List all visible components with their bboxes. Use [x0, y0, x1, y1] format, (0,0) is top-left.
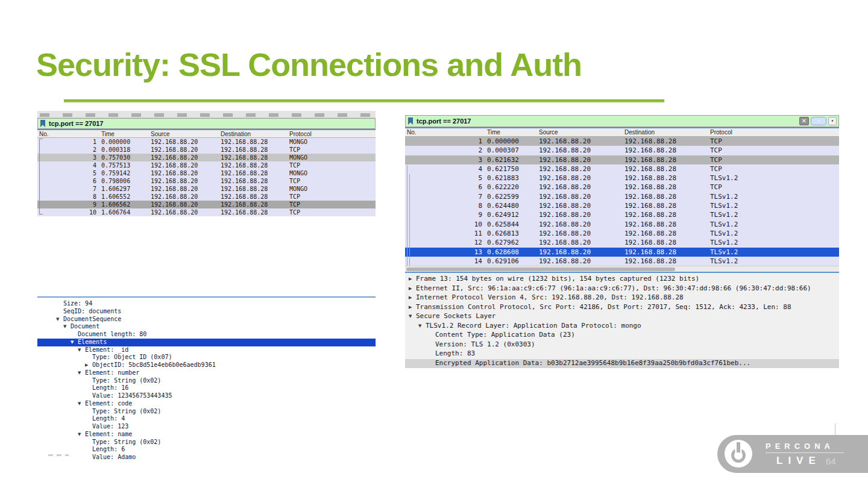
tree-line[interactable]: Type: Object ID (0x07) — [37, 354, 376, 361]
tree-line[interactable]: Value: Adamo — [37, 454, 376, 461]
filter-bar[interactable]: tcp.port == 27017 ✕ ➔ ▾ — [405, 115, 839, 127]
tree-line[interactable]: ▶Ethernet II, Src: 96:1a:aa:c9:c6:77 (96… — [405, 284, 839, 294]
column-header-protocol[interactable]: Protocol — [710, 129, 732, 136]
packet-row-3[interactable]: 30.757030192.168.88.20192.168.88.28MONGO — [37, 154, 376, 161]
packet-source: 192.168.88.20 — [539, 146, 591, 154]
tree-line[interactable]: Length: 16 — [37, 384, 376, 392]
column-header-source[interactable]: Source — [151, 131, 170, 137]
packet-source: 192.168.88.20 — [151, 178, 198, 184]
packet-row-11[interactable]: 110.626813192.168.88.20192.168.88.28TLSv… — [405, 229, 839, 238]
packet-row-5[interactable]: 50.621883192.168.88.20192.168.88.28TLSv1… — [405, 174, 839, 183]
packet-row-10[interactable]: 101.606764192.168.88.20192.168.88.28TCP — [37, 208, 376, 216]
expanded-triangle-icon[interactable]: ▼ — [78, 348, 81, 352]
packet-row-6[interactable]: 60.798006192.168.88.20192.168.88.28TCP — [37, 177, 376, 185]
tree-line[interactable]: ▼Elements — [37, 339, 376, 346]
tree-line-label: Ethernet II, Src: 96:1a:aa:c9:c6:77 (96:… — [416, 284, 811, 292]
packet-source: 192.168.88.20 — [151, 193, 198, 200]
packet-row-9[interactable]: 90.624912192.168.88.20192.168.88.28TLSv1… — [405, 210, 839, 219]
horizontal-scrollbar[interactable] — [405, 266, 839, 272]
expanded-triangle-icon[interactable]: ▼ — [63, 324, 66, 329]
tree-line[interactable]: ▼Element: code — [37, 400, 376, 408]
packet-row-10[interactable]: 100.625844192.168.88.20192.168.88.28TLSv… — [405, 220, 839, 229]
filter-dropdown-button[interactable]: ▾ — [828, 117, 837, 125]
tree-line[interactable]: Length: 4 — [37, 415, 376, 423]
packet-row-4[interactable]: 40.757513192.168.88.20192.168.88.28TCP — [37, 161, 376, 169]
tree-line[interactable]: Length: 83 — [405, 349, 839, 359]
tree-line[interactable]: Value: 123456753443435 — [37, 392, 376, 400]
tree-line[interactable]: Version: TLS 1.2 (0x0303) — [405, 340, 839, 350]
tree-line[interactable]: ▶Internet Protocol Version 4, Src: 192.1… — [405, 293, 839, 303]
filter-input[interactable]: tcp.port == 27017 — [417, 117, 471, 125]
tree-line[interactable]: ▶Transmission Control Protocol, Src Port… — [405, 303, 839, 313]
packet-row-8[interactable]: 81.606552192.168.88.20192.168.88.28TCP — [37, 193, 376, 201]
tree-line[interactable]: ▼Element: name — [37, 431, 376, 439]
tree-line[interactable]: Type: String (0x02) — [37, 377, 376, 385]
column-header-time[interactable]: Time — [487, 129, 500, 136]
packet-row-7[interactable]: 71.606297192.168.88.20192.168.88.28MONGO — [37, 185, 376, 193]
packet-row-2[interactable]: 20.000307192.168.88.20192.168.88.28TCP — [405, 146, 839, 155]
packet-row-5[interactable]: 50.759142192.168.88.20192.168.88.28MONGO — [37, 169, 376, 177]
collapsed-triangle-icon[interactable]: ▶ — [409, 295, 412, 300]
packet-row-3[interactable]: 30.621632192.168.88.20192.168.88.28TCP — [405, 155, 839, 164]
collapsed-triangle-icon[interactable]: ▶ — [409, 277, 412, 281]
column-header-source[interactable]: Source — [539, 129, 558, 136]
expanded-triangle-icon[interactable]: ▼ — [78, 432, 81, 437]
filter-input[interactable]: tcp.port == 27017 — [49, 120, 104, 127]
tree-line[interactable]: ▼TLSv1.2 Record Layer: Application Data … — [405, 322, 839, 331]
column-header-no[interactable]: No. — [39, 131, 49, 137]
collapsed-triangle-icon[interactable]: ▶ — [409, 305, 412, 310]
packet-time: 1.606764 — [101, 209, 130, 216]
packet-row-9[interactable]: 91.606562192.168.88.20192.168.88.28TCP — [37, 201, 376, 208]
pane-divider — [37, 296, 376, 298]
tree-line[interactable]: ▶ObjectID: 5bc8d51e4eb6b0e6aedb9361 — [37, 361, 376, 369]
tree-line[interactable]: SeqID: documents — [37, 308, 376, 316]
packet-row-1[interactable]: 10.000000192.168.88.20192.168.88.28MONGO — [37, 138, 376, 146]
slide-number: 64 — [826, 456, 836, 466]
tree-line[interactable]: Length: 6 — [37, 446, 376, 454]
wireshark-toolbar[interactable] — [37, 111, 376, 118]
collapsed-triangle-icon[interactable]: ▶ — [409, 286, 412, 291]
packet-row-14[interactable]: 140.629106192.168.88.20192.168.88.28TLSv… — [405, 257, 839, 266]
column-header-destination[interactable]: Destination — [221, 131, 251, 137]
scrollbar-thumb[interactable] — [406, 267, 675, 271]
filter-bar[interactable]: tcp.port == 27017 — [37, 118, 376, 129]
tree-line[interactable]: ▶Frame 13: 154 bytes on wire (1232 bits)… — [405, 275, 839, 284]
expanded-triangle-icon[interactable]: ▼ — [409, 314, 412, 319]
expanded-triangle-icon[interactable]: ▼ — [71, 340, 74, 345]
column-header-protocol[interactable]: Protocol — [289, 131, 312, 137]
packet-source: 192.168.88.20 — [151, 154, 198, 161]
column-header-destination[interactable]: Destination — [624, 129, 655, 136]
packet-row-13[interactable]: 130.628608192.168.88.20192.168.88.28TLSv… — [405, 248, 839, 257]
tree-line[interactable]: Type: String (0x02) — [37, 439, 376, 446]
packet-row-12[interactable]: 120.627962192.168.88.20192.168.88.28TLSv… — [405, 238, 839, 247]
packet-row-1[interactable]: 10.000000192.168.88.20192.168.88.28TCP — [405, 137, 839, 146]
packet-row-4[interactable]: 40.621750192.168.88.20192.168.88.28TCP — [405, 164, 839, 174]
tree-line[interactable]: ▼Secure Sockets Layer — [405, 312, 839, 322]
tree-line[interactable]: ▼Element: number — [37, 369, 376, 377]
tree-line[interactable]: Content Type: Application Data (23) — [405, 331, 839, 340]
column-header-time[interactable]: Time — [101, 131, 115, 137]
bookmark-icon[interactable] — [40, 120, 45, 127]
packet-row-7[interactable]: 70.622599192.168.88.20192.168.88.28TLSv1… — [405, 192, 839, 201]
tree-line[interactable]: Value: 123 — [37, 423, 376, 431]
tree-line[interactable]: ▼Element: _id — [37, 346, 376, 354]
apply-filter-button[interactable]: ➔ — [811, 117, 826, 125]
tree-line[interactable]: Encrypted Application Data: b03b2712ae39… — [405, 359, 839, 369]
collapsed-triangle-icon[interactable]: ▶ — [85, 363, 88, 368]
expanded-triangle-icon[interactable]: ▼ — [78, 371, 81, 375]
expanded-triangle-icon[interactable]: ▼ — [56, 317, 59, 322]
expanded-triangle-icon[interactable]: ▼ — [78, 401, 81, 406]
expanded-triangle-icon[interactable]: ▼ — [418, 324, 421, 328]
column-header-no[interactable]: No. — [407, 129, 417, 136]
tree-line[interactable]: ▼DocumentSequence — [37, 316, 376, 324]
tree-line[interactable]: ▼Document — [37, 323, 376, 331]
bookmark-icon[interactable] — [408, 117, 413, 125]
clear-filter-button[interactable]: ✕ — [799, 117, 809, 125]
packet-row-8[interactable]: 80.624480192.168.88.20192.168.88.28TLSv1… — [405, 201, 839, 210]
packet-row-6[interactable]: 60.622220192.168.88.20192.168.88.28TCP — [405, 183, 839, 192]
tree-line[interactable]: Size: 94 — [37, 300, 376, 308]
packet-row-2[interactable]: 20.000318192.168.88.20192.168.88.28TCP — [37, 146, 376, 154]
tree-line[interactable]: Type: String (0x02) — [37, 408, 376, 416]
tree-line-label: DocumentSequence — [63, 316, 121, 322]
tree-line[interactable]: Document length: 80 — [37, 331, 376, 339]
